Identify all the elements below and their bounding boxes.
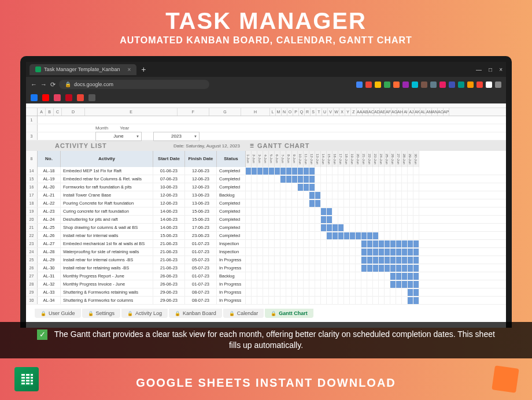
table-row[interactable]: 19 AL-23 Curing concrete for raft founda… <box>26 208 506 216</box>
gantt-row <box>246 167 506 175</box>
gantt-bar <box>309 200 315 207</box>
extension-icon[interactable] <box>412 82 418 88</box>
gantt-bar <box>402 281 407 288</box>
gantt-bar <box>408 257 413 264</box>
gantt-bar <box>390 281 396 288</box>
close-window-icon[interactable]: × <box>499 66 503 73</box>
table-row[interactable]: 30 AL-34 Shuttering & Formworks for colu… <box>26 297 506 305</box>
extension-icon[interactable] <box>421 82 427 88</box>
gantt-bar <box>367 257 372 264</box>
lock-icon: 🔒 <box>40 311 46 316</box>
bookmark-icon[interactable] <box>54 94 61 101</box>
sheet-tab[interactable]: 🔒Calendar <box>223 309 264 318</box>
gantt-bar <box>396 273 401 280</box>
browser-tab-bar: Task Manager Template_Kanban × + — □ × <box>26 62 506 77</box>
extension-icon[interactable] <box>476 82 483 88</box>
extension-icon[interactable] <box>449 82 455 88</box>
promo-header: TASK MANAGER AUTOMATED KANBAN BOARD, CAL… <box>0 0 532 51</box>
table-row[interactable]: 17 AL-21 Install Tower Crane Base 12-06-… <box>26 191 506 199</box>
extension-icon[interactable] <box>486 82 492 88</box>
extension-icon[interactable] <box>402 82 409 88</box>
table-row[interactable]: 28 AL-32 Monthly Progress Invoice - June… <box>26 280 506 288</box>
maximize-icon[interactable]: □ <box>489 66 492 73</box>
gantt-row <box>246 272 506 280</box>
extension-icon[interactable] <box>430 82 437 88</box>
address-bar[interactable]: 🔒 docs.google.com <box>59 80 209 89</box>
laptop-frame: Task Manager Template_Kanban × + — □ × ←… <box>20 56 512 328</box>
gantt-bar <box>361 240 367 247</box>
extension-icon[interactable] <box>467 82 474 88</box>
gantt-bar <box>269 168 274 175</box>
year-select[interactable]: 2023 <box>153 132 200 141</box>
gantt-bar <box>327 224 332 231</box>
extension-icon[interactable] <box>393 82 400 88</box>
gantt-bar <box>361 257 367 264</box>
extension-icon[interactable] <box>439 82 446 88</box>
gantt-bar <box>338 224 343 231</box>
gantt-bar <box>373 240 378 247</box>
bookmark-icon[interactable] <box>31 94 38 101</box>
gantt-row <box>246 288 506 296</box>
table-row[interactable]: 24 AL-28 Waterproofing for side of retai… <box>26 248 506 256</box>
new-tab-button[interactable]: + <box>141 65 146 74</box>
gantt-row <box>246 297 506 304</box>
table-row[interactable]: 15 AL-19 Embeded rebar for Columns & Ret… <box>26 175 506 183</box>
gantt-bar <box>396 265 401 272</box>
extension-icon[interactable] <box>495 82 501 88</box>
sheet-tab[interactable]: 🔒Settings <box>82 309 121 318</box>
gantt-bar <box>379 257 384 264</box>
promo-title: TASK MANAGER <box>0 8 532 34</box>
gantt-chart-title: GANTT CHART <box>257 142 309 149</box>
gantt-bar <box>379 249 384 255</box>
table-row[interactable]: 29 AL-33 Shuttering & Formworks retainin… <box>26 288 506 297</box>
extension-icon[interactable] <box>375 82 381 88</box>
table-row[interactable]: 22 AL-26 Install rebar for internal wall… <box>26 232 506 240</box>
gantt-bar <box>304 168 309 175</box>
lock-icon: 🔒 <box>65 82 71 87</box>
table-row[interactable]: 21 AL-25 Shop drawing for columns & wall… <box>26 224 506 232</box>
extension-icon[interactable] <box>384 82 390 88</box>
extension-icon[interactable] <box>458 82 464 88</box>
bookmark-icon[interactable] <box>42 94 49 101</box>
gantt-bar <box>367 240 372 247</box>
gantt-bar <box>280 176 286 183</box>
grid: 1 Month Year 3 June 2023 ACTIVITY LIST D… <box>26 116 506 305</box>
gantt-bar <box>373 257 378 264</box>
gantt-bar <box>402 257 407 264</box>
gantt-bar <box>327 208 332 215</box>
sheet-tab[interactable]: 🔒Activity Log <box>121 309 168 318</box>
month-select[interactable]: June <box>95 132 142 141</box>
back-icon[interactable]: ← <box>31 81 37 88</box>
lock-icon: 🔒 <box>175 311 180 316</box>
sheet-tab[interactable]: 🔒Kanban Board <box>169 309 222 318</box>
gantt-bar <box>379 240 384 247</box>
table-row[interactable]: 26 AL-30 Install rebar for retaining wal… <box>26 264 506 272</box>
table-row[interactable]: 23 AL-27 Embeded mechanical 1st fix at w… <box>26 240 506 248</box>
table-row[interactable]: 27 AL-31 Monthly Progress Report - June … <box>26 272 506 280</box>
lock-icon: 🔒 <box>229 311 235 316</box>
extension-icon[interactable] <box>365 82 372 88</box>
gantt-bar <box>367 249 372 255</box>
gantt-bar <box>413 240 419 247</box>
gantt-bar <box>408 265 413 272</box>
table-row[interactable]: 16 AL-20 Formworks for raft foundation &… <box>26 183 506 191</box>
sheet-tab[interactable]: 🔒Gantt Chart <box>265 309 313 318</box>
bookmark-icon[interactable] <box>88 94 95 101</box>
extension-icon[interactable] <box>356 82 363 88</box>
bookmark-icon[interactable] <box>77 94 84 101</box>
bookmark-icon[interactable] <box>65 94 72 101</box>
table-row[interactable]: 20 AL-24 Deshuttering for pits and raft … <box>26 216 506 224</box>
table-row[interactable]: 18 AL-22 Pouring Concrete for Raft found… <box>26 199 506 208</box>
browser-tab[interactable]: Task Manager Template_Kanban × <box>29 64 136 75</box>
close-tab-icon[interactable]: × <box>127 66 131 73</box>
gantt-bar <box>246 168 251 175</box>
table-row[interactable]: 25 AL-29 Install rebar for internal colu… <box>26 256 506 264</box>
reload-icon[interactable]: ⟳ <box>50 81 56 88</box>
forward-icon[interactable]: → <box>40 81 47 88</box>
minimize-icon[interactable]: — <box>476 66 482 73</box>
table-row[interactable]: 14 AL-18 Embeded MEP 1st Fix for Raft 01… <box>26 167 506 175</box>
gantt-bar <box>396 281 401 288</box>
gantt-bar <box>332 232 338 239</box>
sheet-tab[interactable]: 🔒User Guide <box>35 309 81 318</box>
gantt-bar <box>413 297 419 304</box>
